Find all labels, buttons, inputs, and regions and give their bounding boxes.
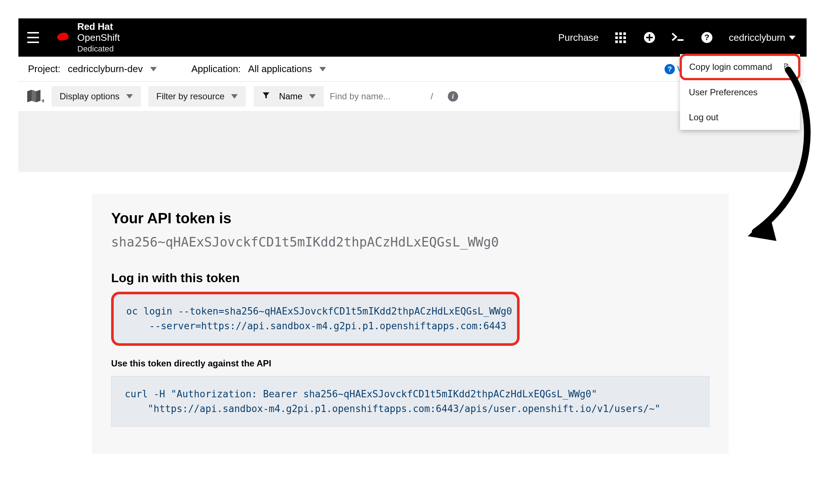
user-dropdown-menu: Copy login command User Preferences Log …	[680, 54, 800, 130]
menu-item-user-preferences[interactable]: User Preferences	[680, 80, 800, 105]
masthead-actions: Purchase	[558, 31, 798, 44]
display-options-label: Display options	[60, 91, 120, 102]
search-separator: /	[427, 91, 437, 102]
info-icon[interactable]: i	[448, 91, 458, 102]
masthead: Red Hat OpenShift Dedicated Purchase	[18, 18, 807, 57]
application-value: All applications	[248, 63, 312, 75]
help-icon[interactable]: ?	[700, 31, 714, 44]
svg-rect-5	[677, 39, 683, 41]
token-value: sha256~qHAExSJovckfCD1t5mIKdd2thpACzHdLx…	[111, 235, 709, 249]
curl-command-block[interactable]: curl -H "Authorization: Bearer sha256~qH…	[111, 376, 709, 427]
menu-item-label: Log out	[689, 112, 718, 123]
api-token-panel: Your API token is sha256~qHAExSJovckfCD1…	[92, 194, 729, 454]
application-label: Application:	[191, 63, 241, 75]
purchase-link[interactable]: Purchase	[558, 32, 599, 43]
brand-name-3: Dedicated	[77, 44, 120, 53]
redhat-logo-icon	[52, 30, 72, 45]
nav-toggle-button[interactable]	[24, 29, 42, 46]
token-heading: Your API token is	[111, 210, 709, 227]
menu-item-log-out[interactable]: Log out	[680, 105, 800, 130]
brand-name-1: Red Hat	[77, 21, 113, 32]
caret-down-icon	[319, 67, 326, 71]
caret-down-icon	[231, 94, 238, 99]
api-subheading: Use this token directly against the API	[111, 358, 709, 369]
menu-item-label: User Preferences	[689, 87, 758, 97]
user-menu-toggle[interactable]: cedricclyburn Copy login command U	[729, 32, 798, 43]
oc-login-command-text: oc login --token=sha256~qHAExSJovckfCD1t…	[126, 304, 504, 334]
search-group: Name /	[253, 86, 437, 107]
search-attribute-label: Name	[279, 91, 302, 102]
display-options-dropdown[interactable]: Display options	[52, 86, 141, 107]
caret-down-icon	[126, 94, 133, 99]
project-value: cedricclyburn-dev	[68, 63, 143, 75]
filter-resource-dropdown[interactable]: Filter by resource	[148, 86, 246, 107]
project-label: Project:	[28, 63, 60, 75]
brand-text: Red Hat OpenShift Dedicated	[77, 21, 120, 53]
menu-item-label: Copy login command	[689, 62, 772, 72]
filter-icon	[262, 91, 270, 102]
curl-command-text: curl -H "Authorization: Bearer sha256~qH…	[125, 387, 696, 416]
topology-view-icon[interactable]: +	[26, 89, 44, 104]
help-badge-icon: ?	[665, 64, 675, 74]
search-input[interactable]	[324, 86, 427, 107]
caret-down-icon	[789, 36, 796, 40]
search-attribute-dropdown[interactable]: Name	[254, 86, 324, 107]
svg-text:+: +	[41, 97, 44, 104]
oc-login-command-block[interactable]: oc login --token=sha256~qHAExSJovckfCD1t…	[111, 292, 520, 346]
caret-down-icon	[150, 67, 157, 71]
plus-icon[interactable]	[643, 31, 656, 44]
menu-item-copy-login[interactable]: Copy login command	[680, 54, 800, 80]
username-label: cedricclyburn	[729, 32, 785, 43]
svg-text:?: ?	[704, 33, 709, 42]
caret-down-icon	[309, 94, 316, 99]
project-selector[interactable]: Project: cedricclyburn-dev	[28, 63, 166, 75]
app-launcher-icon[interactable]	[614, 31, 627, 44]
external-link-icon	[783, 62, 791, 72]
filter-resource-label: Filter by resource	[156, 91, 224, 102]
login-heading: Log in with this token	[111, 271, 709, 285]
svg-rect-4	[646, 37, 653, 38]
application-selector[interactable]: Application: All applications	[191, 63, 335, 75]
brand-name-2: OpenShift	[77, 32, 120, 43]
terminal-icon[interactable]	[672, 31, 685, 44]
brand[interactable]: Red Hat OpenShift Dedicated	[52, 21, 120, 53]
